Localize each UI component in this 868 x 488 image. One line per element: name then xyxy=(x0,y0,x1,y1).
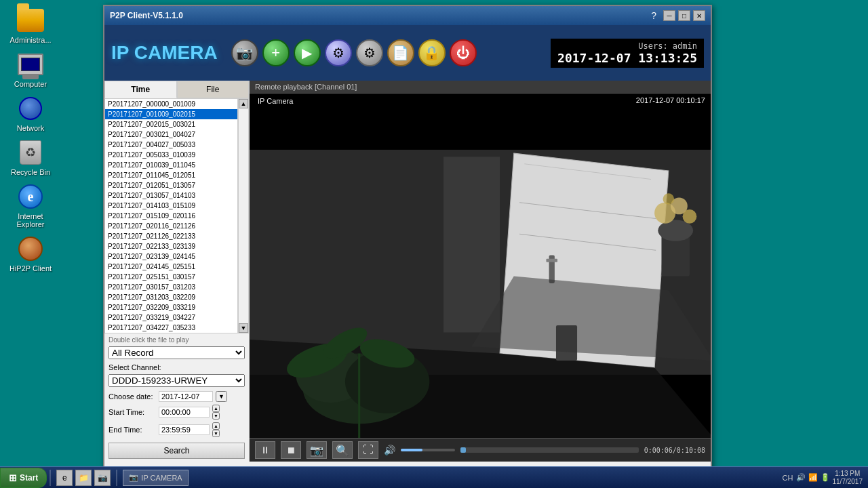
playback-bar: ⏸ ⏹ 📷 🔍 ⛶ 🔊 0:00:06/0:10:08 xyxy=(250,438,711,462)
desktop-icon-computer-label: Computer xyxy=(14,80,47,88)
close-button[interactable]: ✕ xyxy=(693,10,705,21)
file-item[interactable]: P20171207_023139_024145 xyxy=(105,251,237,262)
file-item[interactable]: P20171207_004027_005033 xyxy=(105,140,237,150)
file-item[interactable]: P20171207_002015_003021 xyxy=(105,119,237,129)
systray-time-text: 1:13 PM xyxy=(833,470,863,478)
settings-toolbar-btn[interactable]: ⚙ xyxy=(356,39,383,66)
volume-slider[interactable] xyxy=(401,449,455,451)
play-toolbar-btn[interactable]: ▶ xyxy=(294,39,321,66)
app-header: IP CAMERA 📷 + ▶ ⚙ ⚙ 📄 🔒 ⏻ Users: admin 2… xyxy=(104,25,711,81)
taskbar-app-icon: 📷 xyxy=(129,473,138,482)
file-item[interactable]: P20171207_032209_033219 xyxy=(105,302,237,312)
pause-button[interactable]: ⏸ xyxy=(255,441,275,459)
start-time-up[interactable]: ▲ xyxy=(212,405,220,412)
tab-time[interactable]: Time xyxy=(104,81,177,98)
date-input[interactable] xyxy=(159,391,213,402)
zoom-button[interactable]: 🔍 xyxy=(332,441,353,459)
file-item[interactable]: P20171207_003021_004027 xyxy=(105,129,237,140)
systray: CH 🔊 📶 🔋 1:13 PM 11/7/2017 xyxy=(777,470,868,486)
file-item[interactable]: P20171207_020116_021126 xyxy=(105,221,237,231)
tab-file[interactable]: File xyxy=(177,81,250,98)
desktop-icon-ie[interactable]: e Internet Explorer xyxy=(3,183,58,228)
file-item[interactable]: P20171207_033219_034227 xyxy=(105,312,237,323)
systray-clock: 1:13 PM 11/7/2017 xyxy=(833,470,863,486)
systray-icon-2: 🔊 xyxy=(796,473,806,482)
file-item[interactable]: P20171207_015109_020116 xyxy=(105,211,237,221)
lock-toolbar-btn[interactable]: 🔒 xyxy=(418,39,446,66)
desktop-icon-area: Administra... Computer Network Recycle B… xyxy=(0,0,61,279)
taskbar-divider xyxy=(50,470,51,486)
file-item[interactable]: P20171207_005033_010039 xyxy=(105,150,237,160)
file-item[interactable]: P20171207_001009_002015 xyxy=(105,109,237,119)
date-picker-btn[interactable]: ▼ xyxy=(216,391,227,402)
file-item[interactable]: P20171207_013057_014103 xyxy=(105,190,237,201)
hint-text: Double click the file to play xyxy=(108,336,245,344)
start-time-down[interactable]: ▼ xyxy=(212,412,220,420)
end-time-input[interactable] xyxy=(159,424,210,435)
help-button[interactable]: ? xyxy=(651,10,656,21)
file-list[interactable]: P20171207_000000_001009P20171207_001009_… xyxy=(104,98,238,333)
quicklaunch-ie[interactable]: e xyxy=(56,470,73,486)
file-item[interactable]: P20171207_021126_022133 xyxy=(105,231,237,241)
file-item[interactable]: P20171207_024145_025151 xyxy=(105,262,237,272)
taskbar-divider2 xyxy=(116,470,117,486)
taskbar-items: 📷 IP CAMERA xyxy=(120,470,776,486)
record-type-select[interactable]: All Record Normal Alarm xyxy=(108,346,245,359)
date-row: Choose date: ▼ xyxy=(108,391,245,402)
desktop-icon-recycle[interactable]: Recycle Bin xyxy=(3,139,58,176)
file-item[interactable]: P20171207_030157_031203 xyxy=(105,282,237,292)
camera-toolbar-btn[interactable]: 📷 xyxy=(231,39,258,66)
stop-button[interactable]: ⏹ xyxy=(281,441,301,459)
file-item[interactable]: P20171207_011045_012051 xyxy=(105,170,237,180)
date-label: Choose date: xyxy=(108,392,156,401)
power-toolbar-btn[interactable]: ⏻ xyxy=(450,39,477,66)
file-item[interactable]: P20171207_012051_013057 xyxy=(105,180,237,190)
minimize-button[interactable]: ─ xyxy=(663,10,675,21)
scrollbar[interactable]: ▲ ▼ xyxy=(238,98,249,333)
left-panel: Time File P20171207_000000_001009P201712… xyxy=(104,81,250,462)
add-toolbar-btn[interactable]: + xyxy=(262,39,290,66)
snapshot-button[interactable]: 📷 xyxy=(307,441,327,459)
file-item[interactable]: P20171207_022133_023139 xyxy=(105,241,237,251)
window-title: P2P Client-V5.1.1.0 xyxy=(110,11,183,20)
desktop-icon-network[interactable]: Network xyxy=(3,95,58,132)
start-time-input[interactable] xyxy=(159,407,210,418)
quicklaunch-camera[interactable]: 📷 xyxy=(94,470,111,486)
start-button[interactable]: ⊞ Start xyxy=(0,468,47,488)
log-toolbar-btn[interactable]: 📄 xyxy=(387,39,414,66)
start-label: Start xyxy=(20,473,38,483)
channel-select[interactable]: DDDD-159233-URWEY xyxy=(108,374,245,387)
file-item[interactable]: P20171207_010039_011045 xyxy=(105,160,237,170)
file-item[interactable]: P20171207_025151_030157 xyxy=(105,272,237,282)
end-time-down[interactable]: ▼ xyxy=(212,430,220,437)
quicklaunch-explorer[interactable]: 📁 xyxy=(75,470,92,486)
desktop-icon-p2p[interactable]: HiP2P Client xyxy=(3,235,58,272)
desktop-icon-p2p-label: HiP2P Client xyxy=(9,264,52,272)
bottom-controls: Double click the file to play All Record… xyxy=(104,333,249,462)
desktop-icon-computer[interactable]: Computer xyxy=(3,51,58,88)
video-title-bar: Remote playback [Channel 01] xyxy=(250,81,711,94)
volume-fill xyxy=(401,449,422,451)
time-display: 0:00:06/0:10:08 xyxy=(644,447,705,454)
search-button[interactable]: Search xyxy=(108,443,245,459)
file-item[interactable]: P20171207_034227_035233 xyxy=(105,323,237,333)
systray-icon-4: 🔋 xyxy=(821,473,830,482)
desktop-icon-admin-label: Administra... xyxy=(9,36,51,44)
users-label: Users: admin xyxy=(557,41,697,51)
svg-rect-9 xyxy=(546,259,557,262)
channel-label: Select Channel: xyxy=(108,363,245,371)
desktop-icon-admin[interactable]: Administra... xyxy=(3,7,58,44)
desktop-icon-recycle-label: Recycle Bin xyxy=(11,168,50,176)
end-time-up[interactable]: ▲ xyxy=(212,422,220,430)
file-item[interactable]: P20171207_000000_001009 xyxy=(105,99,237,109)
systray-icon-1: CH xyxy=(783,474,793,482)
systray-icon-3: 📶 xyxy=(808,473,818,482)
timeline-bar[interactable] xyxy=(460,447,639,453)
quicklaunch: e 📁 📷 xyxy=(54,470,113,486)
maximize-button[interactable]: □ xyxy=(678,10,690,21)
record-toolbar-btn[interactable]: ⚙ xyxy=(325,39,352,66)
taskbar-app-item[interactable]: 📷 IP CAMERA xyxy=(123,470,188,486)
file-item[interactable]: P20171207_031203_032209 xyxy=(105,292,237,302)
fullscreen-button[interactable]: ⛶ xyxy=(358,441,378,459)
file-item[interactable]: P20171207_014103_015109 xyxy=(105,201,237,211)
